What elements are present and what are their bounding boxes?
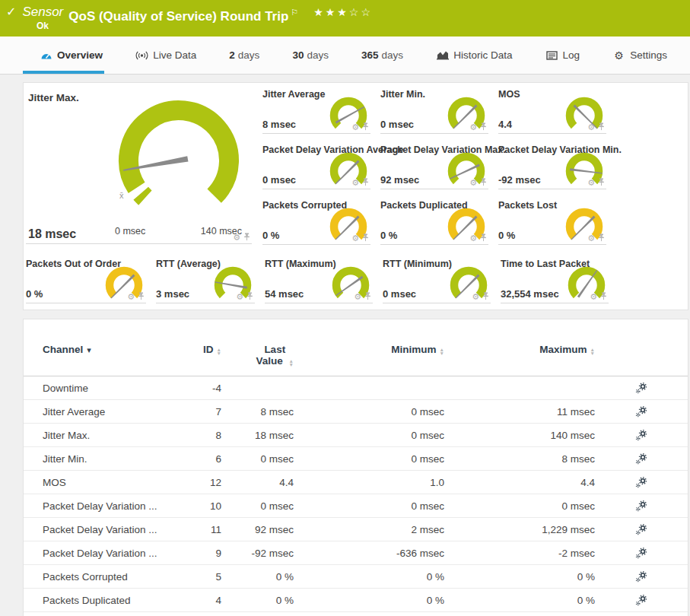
tab-days[interactable]: 365days	[361, 37, 403, 74]
tab-number: 365	[361, 49, 379, 61]
channel-settings-icon[interactable]	[635, 524, 647, 535]
tab-days[interactable]: 30days	[292, 37, 329, 74]
channel-settings-icon[interactable]	[635, 571, 647, 583]
table-row[interactable]: Packet Delay Variation ...1192 msec2 mse…	[24, 518, 688, 541]
channel-settings-icon[interactable]	[635, 477, 647, 488]
gauge-value: 18 msec	[28, 227, 76, 241]
pin-icon[interactable]	[480, 233, 487, 242]
channel-settings-icon[interactable]	[635, 383, 647, 394]
flag-icon[interactable]: ⚐	[291, 8, 298, 17]
status-ok-check-icon: ✓	[6, 4, 16, 21]
prtg-sensor-page: ✓ Sensor QoS (Quality of Service) Round …	[0, 0, 690, 616]
column-header-min[interactable]: Minimum▲▼	[294, 344, 444, 355]
gear-icon[interactable]: ⚙	[469, 123, 477, 131]
gauge-value: 0 %	[380, 230, 397, 241]
gear-icon[interactable]: ⚙	[469, 179, 477, 186]
gear-icon[interactable]: ⚙	[587, 234, 595, 242]
channel-settings-icon[interactable]	[635, 453, 647, 465]
broadcast-icon	[135, 49, 148, 62]
cell-channel: Downtime	[24, 383, 180, 394]
sort-icon[interactable]: ▲▼	[289, 359, 294, 367]
gauge-packet-delay-variation-average: Packet Delay Variation Average 0 msec⚙	[262, 144, 370, 189]
table-row[interactable]: Packets Corrupted50 %0 %0 %	[24, 565, 688, 589]
channel-settings-icon[interactable]	[635, 500, 647, 512]
pin-icon[interactable]	[598, 122, 605, 131]
gear-icon[interactable]: ⚙	[587, 179, 595, 186]
gauge-value: 4.4	[498, 119, 512, 130]
column-header-max[interactable]: Maximum▲▼	[444, 344, 595, 355]
gear-icon[interactable]: ⚙	[351, 123, 359, 131]
cell-id: 9	[180, 548, 221, 559]
gear-icon[interactable]: ⚙	[233, 233, 240, 241]
tab-overview[interactable]: Overview	[40, 37, 103, 74]
tab-label: days	[238, 49, 260, 61]
cell-last-value: 8 msec	[221, 406, 294, 418]
table-row[interactable]: Jitter Min.60 msec0 msec8 msec	[24, 447, 688, 471]
tab-live-data[interactable]: Live Data	[135, 37, 196, 74]
gauge-rtt-average: RTT (Average) 3 msec⚙	[156, 258, 255, 303]
pin-icon[interactable]	[243, 233, 250, 241]
channel-settings-icon[interactable]	[635, 430, 647, 441]
pin-icon[interactable]	[362, 178, 369, 186]
gauge-packet-delay-variation-max: Packet Delay Variation Max. 92 msec⚙	[380, 144, 488, 189]
cell-channel: Jitter Average	[24, 406, 180, 418]
pin-icon[interactable]	[246, 292, 253, 300]
star-rating[interactable]: ★★★☆☆	[313, 4, 373, 21]
table-row[interactable]: Downtime-4	[24, 376, 688, 400]
gauge-value: 0 msec	[262, 174, 296, 186]
gear-icon[interactable]: ⚙	[351, 234, 359, 242]
tab-settings[interactable]: ⚙Settings	[612, 37, 667, 74]
column-header-channel[interactable]: Channel▾	[24, 344, 180, 355]
table-row[interactable]: Jitter Average78 msec0 msec11 msec	[24, 400, 688, 424]
table-header-row: Channel▾ID▲▼LastValue ▲▼Minimum▲▼Maximum…	[24, 344, 688, 376]
tab-days[interactable]: 2days	[229, 37, 259, 74]
gear-icon[interactable]: ⚙	[127, 293, 135, 300]
tab-label: Settings	[630, 49, 667, 61]
table-row[interactable]: Packet Delay Variation ...9-92 msec-636 …	[24, 541, 688, 565]
table-row[interactable]: Packets Duplicated40 %0 %0 %	[24, 589, 688, 612]
cell-minimum: 0 msec	[294, 406, 444, 418]
table-row[interactable]: MOS124.41.04.4	[24, 471, 688, 494]
pin-icon[interactable]	[598, 178, 605, 186]
pin-icon[interactable]	[480, 178, 487, 186]
gear-icon[interactable]: ⚙	[472, 293, 479, 300]
cell-minimum: 0 %	[294, 595, 444, 606]
cell-minimum: 0 msec	[294, 500, 444, 512]
gear-icon[interactable]: ⚙	[236, 293, 243, 300]
cell-last-value: 18 msec	[221, 430, 294, 441]
channel-settings-icon[interactable]	[635, 595, 647, 606]
channel-settings-icon[interactable]	[635, 406, 647, 418]
gear-icon[interactable]: ⚙	[590, 293, 597, 300]
tab-number: 2	[229, 49, 235, 61]
gear-icon[interactable]: ⚙	[351, 179, 359, 186]
column-header-id[interactable]: ID▲▼	[180, 344, 221, 355]
column-header-last[interactable]: LastValue ▲▼	[221, 344, 294, 367]
cell-maximum: 4.4	[444, 477, 595, 488]
column-label: Maximum	[539, 344, 587, 355]
pin-icon[interactable]	[362, 233, 369, 242]
table-row[interactable]: Packet Delay Variation ...100 msec0 msec…	[24, 494, 688, 518]
pin-icon[interactable]	[482, 292, 489, 300]
content-area: Jitter Max. x̄ 0 msec 140 msec 18 msec ⚙…	[0, 75, 690, 616]
tab-historic-data[interactable]: Historic Data	[436, 37, 512, 74]
cell-channel: MOS	[24, 477, 180, 488]
pin-icon[interactable]	[480, 122, 487, 131]
table-row[interactable]: Jitter Max.818 msec0 msec140 msec	[24, 424, 688, 447]
cell-id: 6	[180, 453, 221, 465]
gear-icon[interactable]: ⚙	[469, 234, 477, 242]
channel-settings-icon[interactable]	[635, 548, 647, 559]
pin-icon[interactable]	[364, 292, 371, 300]
gear-icon[interactable]: ⚙	[354, 293, 361, 300]
sorted-desc-icon[interactable]: ▾	[87, 345, 91, 354]
tab-label: Historic Data	[453, 49, 512, 61]
cell-id: 11	[180, 524, 221, 535]
gear-icon[interactable]: ⚙	[587, 123, 595, 131]
tab-number: 30	[292, 49, 304, 61]
pin-icon[interactable]	[138, 292, 145, 300]
tab-log[interactable]: Log	[545, 37, 580, 74]
pin-icon[interactable]	[362, 122, 369, 131]
pin-icon[interactable]	[600, 292, 607, 300]
cell-minimum: 2 msec	[294, 524, 444, 535]
pin-icon[interactable]	[598, 233, 605, 242]
sort-icon[interactable]: ▲▼	[590, 348, 595, 355]
